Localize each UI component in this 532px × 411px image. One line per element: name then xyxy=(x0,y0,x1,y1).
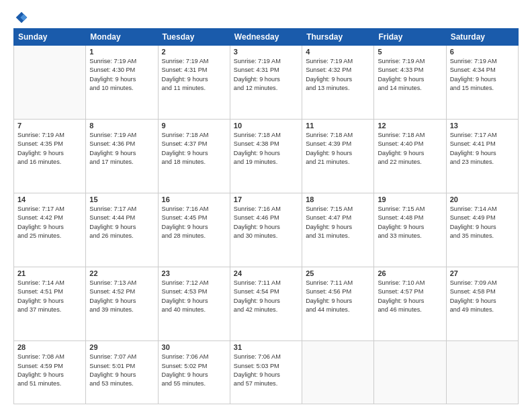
calendar-cell: 18Sunrise: 7:15 AMSunset: 4:47 PMDayligh… xyxy=(302,193,374,267)
calendar-cell: 28Sunrise: 7:08 AMSunset: 4:59 PMDayligh… xyxy=(14,341,86,404)
calendar-cell: 8Sunrise: 7:19 AMSunset: 4:36 PMDaylight… xyxy=(86,120,158,193)
day-number: 26 xyxy=(378,269,442,277)
day-info: Sunrise: 7:11 AMSunset: 4:54 PMDaylight:… xyxy=(234,279,298,314)
logo xyxy=(13,11,28,21)
day-info: Sunrise: 7:10 AMSunset: 4:57 PMDaylight:… xyxy=(378,279,442,314)
day-number: 21 xyxy=(17,269,82,277)
day-number: 8 xyxy=(89,122,154,130)
calendar-week-row: 14Sunrise: 7:17 AMSunset: 4:42 PMDayligh… xyxy=(14,193,519,267)
day-info: Sunrise: 7:09 AMSunset: 4:58 PMDaylight:… xyxy=(450,279,515,314)
day-info: Sunrise: 7:13 AMSunset: 4:52 PMDaylight:… xyxy=(89,279,154,314)
day-number: 19 xyxy=(378,195,442,203)
day-number: 28 xyxy=(17,343,82,351)
day-number: 7 xyxy=(17,122,82,130)
day-number: 24 xyxy=(234,269,298,277)
calendar-cell: 23Sunrise: 7:12 AMSunset: 4:53 PMDayligh… xyxy=(158,267,230,341)
calendar-cell xyxy=(446,341,518,404)
calendar-header-wednesday: Wednesday xyxy=(230,29,302,46)
calendar-cell xyxy=(374,341,446,404)
day-info: Sunrise: 7:14 AMSunset: 4:51 PMDaylight:… xyxy=(17,279,82,314)
day-info: Sunrise: 7:06 AMSunset: 5:03 PMDaylight:… xyxy=(234,353,298,388)
day-number: 5 xyxy=(378,48,442,56)
day-info: Sunrise: 7:14 AMSunset: 4:49 PMDaylight:… xyxy=(450,205,515,240)
day-number: 23 xyxy=(162,269,226,277)
calendar-cell: 12Sunrise: 7:18 AMSunset: 4:40 PMDayligh… xyxy=(374,120,446,193)
day-number: 1 xyxy=(89,48,154,56)
calendar-cell: 16Sunrise: 7:16 AMSunset: 4:45 PMDayligh… xyxy=(158,193,230,267)
day-info: Sunrise: 7:19 AMSunset: 4:31 PMDaylight:… xyxy=(162,57,226,93)
day-number: 25 xyxy=(306,269,370,277)
calendar-header-friday: Friday xyxy=(374,29,446,46)
day-info: Sunrise: 7:11 AMSunset: 4:56 PMDaylight:… xyxy=(306,279,370,314)
calendar-cell: 19Sunrise: 7:15 AMSunset: 4:48 PMDayligh… xyxy=(374,193,446,267)
calendar-cell xyxy=(302,341,374,404)
calendar-cell: 9Sunrise: 7:18 AMSunset: 4:37 PMDaylight… xyxy=(158,120,230,193)
day-number: 17 xyxy=(234,195,298,203)
header xyxy=(13,11,519,21)
calendar-cell: 15Sunrise: 7:17 AMSunset: 4:44 PMDayligh… xyxy=(86,193,158,267)
calendar-week-row: 21Sunrise: 7:14 AMSunset: 4:51 PMDayligh… xyxy=(14,267,519,341)
day-number: 22 xyxy=(89,269,154,277)
logo-text xyxy=(13,11,28,24)
calendar-header-sunday: Sunday xyxy=(14,29,86,46)
day-info: Sunrise: 7:07 AMSunset: 5:01 PMDaylight:… xyxy=(89,353,154,388)
calendar-cell: 24Sunrise: 7:11 AMSunset: 4:54 PMDayligh… xyxy=(230,267,302,341)
day-number: 2 xyxy=(162,48,226,56)
day-info: Sunrise: 7:15 AMSunset: 4:47 PMDaylight:… xyxy=(306,205,370,240)
calendar: SundayMondayTuesdayWednesdayThursdayFrid… xyxy=(13,28,519,404)
day-number: 9 xyxy=(162,122,226,130)
calendar-cell: 30Sunrise: 7:06 AMSunset: 5:02 PMDayligh… xyxy=(158,341,230,404)
calendar-cell: 4Sunrise: 7:19 AMSunset: 4:32 PMDaylight… xyxy=(302,46,374,120)
calendar-cell: 10Sunrise: 7:18 AMSunset: 4:38 PMDayligh… xyxy=(230,120,302,193)
calendar-header-monday: Monday xyxy=(86,29,158,46)
calendar-header-row: SundayMondayTuesdayWednesdayThursdayFrid… xyxy=(14,29,519,46)
day-info: Sunrise: 7:16 AMSunset: 4:46 PMDaylight:… xyxy=(234,205,298,240)
day-number: 13 xyxy=(450,122,515,130)
calendar-cell: 22Sunrise: 7:13 AMSunset: 4:52 PMDayligh… xyxy=(86,267,158,341)
calendar-cell xyxy=(14,46,86,120)
day-info: Sunrise: 7:18 AMSunset: 4:37 PMDaylight:… xyxy=(162,131,226,167)
calendar-header-saturday: Saturday xyxy=(446,29,518,46)
day-info: Sunrise: 7:19 AMSunset: 4:33 PMDaylight:… xyxy=(378,57,442,93)
day-info: Sunrise: 7:19 AMSunset: 4:36 PMDaylight:… xyxy=(89,131,154,167)
calendar-cell: 3Sunrise: 7:19 AMSunset: 4:31 PMDaylight… xyxy=(230,46,302,120)
day-number: 10 xyxy=(234,122,298,130)
calendar-cell: 25Sunrise: 7:11 AMSunset: 4:56 PMDayligh… xyxy=(302,267,374,341)
logo-icon xyxy=(15,11,28,24)
calendar-header-tuesday: Tuesday xyxy=(158,29,230,46)
day-number: 6 xyxy=(450,48,515,56)
day-info: Sunrise: 7:16 AMSunset: 4:45 PMDaylight:… xyxy=(162,205,226,240)
day-info: Sunrise: 7:19 AMSunset: 4:35 PMDaylight:… xyxy=(17,131,82,167)
day-info: Sunrise: 7:18 AMSunset: 4:38 PMDaylight:… xyxy=(234,131,298,167)
day-number: 11 xyxy=(306,122,370,130)
day-info: Sunrise: 7:17 AMSunset: 4:41 PMDaylight:… xyxy=(450,131,515,167)
day-number: 27 xyxy=(450,269,515,277)
calendar-cell: 13Sunrise: 7:17 AMSunset: 4:41 PMDayligh… xyxy=(446,120,518,193)
day-info: Sunrise: 7:19 AMSunset: 4:34 PMDaylight:… xyxy=(450,57,515,93)
calendar-week-row: 7Sunrise: 7:19 AMSunset: 4:35 PMDaylight… xyxy=(14,120,519,193)
day-info: Sunrise: 7:18 AMSunset: 4:39 PMDaylight:… xyxy=(306,131,370,167)
day-number: 12 xyxy=(378,122,442,130)
day-number: 16 xyxy=(162,195,226,203)
day-number: 20 xyxy=(450,195,515,203)
calendar-header-thursday: Thursday xyxy=(302,29,374,46)
calendar-cell: 7Sunrise: 7:19 AMSunset: 4:35 PMDaylight… xyxy=(14,120,86,193)
day-number: 14 xyxy=(17,195,82,203)
day-number: 29 xyxy=(89,343,154,351)
calendar-cell: 5Sunrise: 7:19 AMSunset: 4:33 PMDaylight… xyxy=(374,46,446,120)
day-info: Sunrise: 7:19 AMSunset: 4:30 PMDaylight:… xyxy=(89,57,154,93)
calendar-cell: 17Sunrise: 7:16 AMSunset: 4:46 PMDayligh… xyxy=(230,193,302,267)
page: SundayMondayTuesdayWednesdayThursdayFrid… xyxy=(0,0,532,411)
day-info: Sunrise: 7:06 AMSunset: 5:02 PMDaylight:… xyxy=(162,353,226,388)
day-info: Sunrise: 7:19 AMSunset: 4:32 PMDaylight:… xyxy=(306,57,370,93)
day-number: 31 xyxy=(234,343,298,351)
calendar-cell: 1Sunrise: 7:19 AMSunset: 4:30 PMDaylight… xyxy=(86,46,158,120)
day-info: Sunrise: 7:19 AMSunset: 4:31 PMDaylight:… xyxy=(234,57,298,93)
day-number: 3 xyxy=(234,48,298,56)
calendar-cell: 11Sunrise: 7:18 AMSunset: 4:39 PMDayligh… xyxy=(302,120,374,193)
day-info: Sunrise: 7:15 AMSunset: 4:48 PMDaylight:… xyxy=(378,205,442,240)
calendar-cell: 14Sunrise: 7:17 AMSunset: 4:42 PMDayligh… xyxy=(14,193,86,267)
calendar-week-row: 28Sunrise: 7:08 AMSunset: 4:59 PMDayligh… xyxy=(14,341,519,404)
day-number: 30 xyxy=(162,343,226,351)
calendar-cell: 20Sunrise: 7:14 AMSunset: 4:49 PMDayligh… xyxy=(446,193,518,267)
